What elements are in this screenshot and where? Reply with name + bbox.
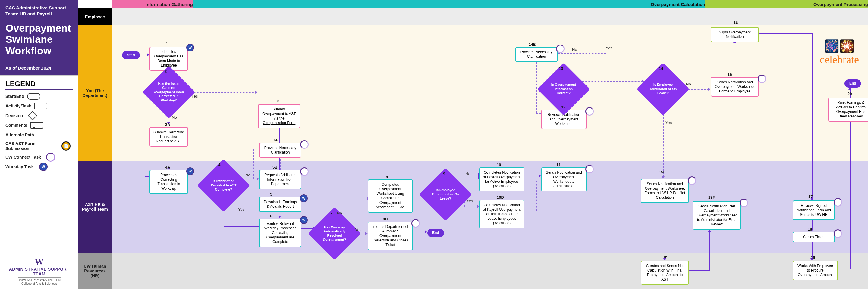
num-20: 20 <box>847 92 852 96</box>
uw-connect-icon <box>300 168 309 176</box>
lane-ast: AST HR & Payroll Team <box>79 161 112 253</box>
legend-decision: Decision <box>5 113 23 118</box>
phase-calc: Overpayment Calculation <box>193 0 711 8</box>
step-8c: Informs Department of Automatic Overpaym… <box>368 222 413 250</box>
num-3a: 3A <box>165 122 170 127</box>
sidebar: CAS Administrative Support Team: HR and … <box>0 0 79 289</box>
phase-info-gathering: Information Gathering <box>112 0 198 8</box>
phase-processing: Overpayment Processing <box>705 0 868 8</box>
step-5b: Requests Additional Information from Dep… <box>259 170 301 189</box>
start-node: Start <box>122 51 140 59</box>
workday-icon: W <box>39 162 48 171</box>
worksheet-guide-link[interactable]: Completing Overpayment Worksheet Guide <box>376 196 404 209</box>
num-11: 11 <box>556 162 561 167</box>
num-15: 15 <box>727 72 732 77</box>
cas-form-icon: 📄 <box>61 142 70 150</box>
lane-bg-hr <box>112 253 868 289</box>
step-14e: Provides Necessary Clarification <box>516 47 558 62</box>
label-no: No <box>245 173 250 177</box>
step-15: Sends Notification and Overpayment Works… <box>711 77 759 97</box>
footer-line3: College of Arts & Sciences <box>4 282 75 285</box>
legend-startend: Start/End <box>5 94 24 99</box>
task-icon <box>34 103 47 109</box>
step-3a: Submits Correcting Transaction Request t… <box>150 127 188 147</box>
decision-icon <box>28 111 37 120</box>
footer-big: ADMINISTRATIVE SUPPORT TEAM <box>4 267 75 276</box>
header-box: CAS Administrative Support Team: HR and … <box>0 0 79 75</box>
label-yes: Yes <box>191 94 198 99</box>
startend-icon <box>27 93 40 100</box>
label-no: No <box>337 211 342 215</box>
num-16f: 16F <box>663 255 670 259</box>
step-14: Is Employee Terminated or On Leave? <box>644 70 682 108</box>
legend: LEGEND Start/End Activity/Task Decision … <box>0 75 79 253</box>
legend-comments: Comments <box>5 123 27 128</box>
step-4: Is Information Provided to AST Complete? <box>205 167 242 204</box>
step-19: Works With Employee to Procure Overpayme… <box>793 261 838 280</box>
step-2: Has the Issue Causing Overpayment Been C… <box>150 73 187 111</box>
num-18: 18 <box>808 227 812 231</box>
uw-logo-icon: W <box>4 256 75 267</box>
step-17f: Sends Notification, Net Calculation, and… <box>692 201 741 230</box>
step-18: Closes Ticket <box>793 232 835 242</box>
legend-uwconnect: UW Connect Task <box>5 155 41 159</box>
num-17: 17 <box>808 194 812 199</box>
step-9: Is Employee Terminated or On Leave? <box>427 176 464 213</box>
comp-form-link[interactable]: Compensation Form <box>263 121 296 125</box>
num-19: 19 <box>811 255 815 260</box>
num-13: 13 <box>559 66 563 71</box>
uw-connect-icon <box>834 229 842 238</box>
end-node: End <box>427 229 444 237</box>
step-20: Runs Earnings & Actuals to Confirm Overp… <box>828 98 868 121</box>
workday-icon: W <box>186 44 194 51</box>
legend-casform: CAS AST Form Submission <box>5 141 56 151</box>
num-1: 1 <box>166 41 168 46</box>
num-12: 12 <box>561 105 565 109</box>
num-4: 4 <box>218 162 220 167</box>
workday-icon: W <box>300 216 308 224</box>
label-yes: Yes <box>665 120 672 125</box>
label-no: No <box>572 47 577 52</box>
legend-task: Activity/Task <box>5 104 31 108</box>
uw-connect-icon <box>556 44 564 53</box>
label-yes: Yes <box>238 207 244 212</box>
num-2: 2 <box>164 69 167 74</box>
comments-icon <box>30 122 43 129</box>
num-10d: 10D <box>497 195 504 200</box>
num-9: 9 <box>443 172 445 176</box>
end-node-2: End <box>844 79 861 87</box>
legend-altpath: Alternate Path <box>5 133 34 137</box>
label-no: No <box>465 172 470 176</box>
celebrate-text: celebrate <box>820 53 859 66</box>
label-yes: Yes <box>355 227 361 232</box>
altpath-icon <box>38 135 50 136</box>
uw-connect-icon <box>300 140 309 149</box>
legend-workday: Workday Task <box>5 165 34 169</box>
label-no: No <box>686 82 691 86</box>
celebrate-graphic: 🎆🎇 celebrate <box>820 39 859 66</box>
uw-connect-icon <box>834 198 842 207</box>
num-8c: 8C <box>383 217 388 221</box>
num-5: 5 <box>270 192 272 196</box>
num-4a: 4A <box>165 165 170 170</box>
footer: W ADMINISTRATIVE SUPPORT TEAM UNIVERSITY… <box>0 253 79 289</box>
num-8: 8 <box>386 175 388 179</box>
step-17: Reviews Signed Notification Form and Sen… <box>793 201 835 220</box>
uw-connect-icon <box>740 199 748 207</box>
step-13: Is Overpayment Information Correct? <box>545 70 582 108</box>
num-17f: 17F <box>708 195 715 200</box>
lane-hr: UW Human Resources (HR) <box>79 253 112 289</box>
label-yes: Yes <box>606 46 612 50</box>
canvas: Information Gathering Overpayment Calcul… <box>79 0 868 289</box>
uw-connect-icon <box>46 153 55 162</box>
step-11: Sends Notification and Overpayment Works… <box>541 168 587 191</box>
header-title: Overpayment Swimlane Workflow <box>5 23 73 56</box>
num-3x: 3 <box>277 99 279 103</box>
label-yes: Yes <box>467 199 473 203</box>
num-5b: 5B <box>273 165 278 170</box>
fireworks-icon: 🎆🎇 <box>820 39 859 53</box>
step-6: Verifies Relevant Workday Processes Corr… <box>259 219 301 247</box>
step-6b: Provides Necessary Clarification <box>259 143 301 158</box>
step-3: Submits Overpayment to AST via the Compe… <box>258 104 300 128</box>
num-7: 7 <box>330 211 333 215</box>
